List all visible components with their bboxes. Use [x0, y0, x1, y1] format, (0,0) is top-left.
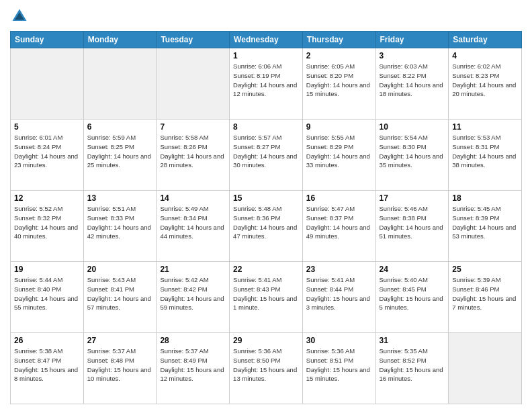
day-info: Sunrise: 5:49 AM Sunset: 8:34 PM Dayligh…	[160, 204, 226, 241]
day-number: 12	[14, 193, 80, 203]
calendar-cell: 15Sunrise: 5:48 AM Sunset: 8:36 PM Dayli…	[230, 191, 303, 262]
calendar-header-saturday: Saturday	[449, 32, 522, 48]
calendar-cell: 9Sunrise: 5:55 AM Sunset: 8:29 PM Daylig…	[302, 120, 375, 191]
calendar-cell: 18Sunrise: 5:45 AM Sunset: 8:39 PM Dayli…	[449, 191, 522, 262]
day-number: 29	[233, 336, 299, 345]
day-info: Sunrise: 5:48 AM Sunset: 8:36 PM Dayligh…	[233, 204, 299, 241]
calendar-week-3: 12Sunrise: 5:52 AM Sunset: 8:32 PM Dayli…	[11, 191, 522, 262]
day-number: 16	[306, 193, 372, 203]
calendar-cell: 16Sunrise: 5:47 AM Sunset: 8:37 PM Dayli…	[302, 191, 375, 262]
calendar-cell: 10Sunrise: 5:54 AM Sunset: 8:30 PM Dayli…	[375, 120, 449, 191]
day-info: Sunrise: 5:53 AM Sunset: 8:31 PM Dayligh…	[452, 133, 518, 170]
day-info: Sunrise: 6:05 AM Sunset: 8:20 PM Dayligh…	[306, 62, 372, 99]
calendar-cell: 29Sunrise: 5:36 AM Sunset: 8:50 PM Dayli…	[230, 333, 303, 404]
calendar-header-tuesday: Tuesday	[157, 32, 230, 48]
calendar-cell: 8Sunrise: 5:57 AM Sunset: 8:27 PM Daylig…	[230, 120, 303, 191]
calendar-cell: 25Sunrise: 5:39 AM Sunset: 8:46 PM Dayli…	[449, 262, 522, 333]
calendar-cell: 28Sunrise: 5:37 AM Sunset: 8:49 PM Dayli…	[157, 333, 230, 404]
calendar-week-4: 19Sunrise: 5:44 AM Sunset: 8:40 PM Dayli…	[11, 262, 522, 333]
day-number: 8	[233, 122, 299, 132]
day-info: Sunrise: 5:38 AM Sunset: 8:47 PM Dayligh…	[14, 347, 80, 383]
day-number: 28	[160, 336, 226, 345]
calendar-cell: 2Sunrise: 6:05 AM Sunset: 8:20 PM Daylig…	[302, 48, 375, 120]
day-number: 17	[380, 193, 445, 203]
calendar-cell: 19Sunrise: 5:44 AM Sunset: 8:40 PM Dayli…	[11, 262, 84, 333]
day-info: Sunrise: 5:40 AM Sunset: 8:45 PM Dayligh…	[380, 275, 445, 312]
day-number: 19	[14, 265, 80, 274]
day-info: Sunrise: 5:46 AM Sunset: 8:38 PM Dayligh…	[380, 204, 445, 241]
day-number: 3	[380, 51, 445, 60]
day-info: Sunrise: 5:36 AM Sunset: 8:50 PM Dayligh…	[233, 347, 299, 383]
day-number: 25	[452, 265, 518, 274]
calendar-cell: 5Sunrise: 6:01 AM Sunset: 8:24 PM Daylig…	[11, 120, 84, 191]
calendar-week-2: 5Sunrise: 6:01 AM Sunset: 8:24 PM Daylig…	[11, 120, 522, 191]
day-info: Sunrise: 5:47 AM Sunset: 8:37 PM Dayligh…	[306, 204, 372, 241]
calendar-header-friday: Friday	[375, 32, 449, 48]
calendar-header-sunday: Sunday	[11, 32, 84, 48]
calendar-cell: 6Sunrise: 5:59 AM Sunset: 8:25 PM Daylig…	[83, 120, 157, 191]
calendar-cell: 30Sunrise: 5:36 AM Sunset: 8:51 PM Dayli…	[302, 333, 375, 404]
page: SundayMondayTuesdayWednesdayThursdayFrid…	[0, 0, 532, 411]
day-info: Sunrise: 6:02 AM Sunset: 8:23 PM Dayligh…	[452, 62, 518, 99]
calendar-cell: 1Sunrise: 6:06 AM Sunset: 8:19 PM Daylig…	[230, 48, 303, 120]
day-info: Sunrise: 5:35 AM Sunset: 8:52 PM Dayligh…	[380, 347, 445, 383]
day-info: Sunrise: 5:57 AM Sunset: 8:27 PM Dayligh…	[233, 133, 299, 170]
day-number: 13	[87, 193, 153, 203]
day-number: 7	[160, 122, 226, 132]
day-number: 6	[87, 122, 153, 132]
day-number: 11	[452, 122, 518, 132]
calendar-cell: 27Sunrise: 5:37 AM Sunset: 8:48 PM Dayli…	[83, 333, 157, 404]
day-info: Sunrise: 5:58 AM Sunset: 8:26 PM Dayligh…	[160, 133, 226, 170]
calendar-cell: 22Sunrise: 5:41 AM Sunset: 8:43 PM Dayli…	[230, 262, 303, 333]
day-number: 10	[380, 122, 445, 132]
calendar-cell: 11Sunrise: 5:53 AM Sunset: 8:31 PM Dayli…	[449, 120, 522, 191]
calendar-cell: 7Sunrise: 5:58 AM Sunset: 8:26 PM Daylig…	[157, 120, 230, 191]
day-info: Sunrise: 5:37 AM Sunset: 8:48 PM Dayligh…	[87, 347, 153, 383]
day-number: 5	[14, 122, 80, 132]
calendar-cell: 17Sunrise: 5:46 AM Sunset: 8:38 PM Dayli…	[375, 191, 449, 262]
day-number: 21	[160, 265, 226, 274]
day-info: Sunrise: 6:03 AM Sunset: 8:22 PM Dayligh…	[380, 62, 445, 99]
calendar-cell	[11, 48, 84, 120]
day-number: 20	[87, 265, 153, 274]
calendar-cell: 23Sunrise: 5:41 AM Sunset: 8:44 PM Dayli…	[302, 262, 375, 333]
calendar-header-wednesday: Wednesday	[230, 32, 303, 48]
day-info: Sunrise: 5:45 AM Sunset: 8:39 PM Dayligh…	[452, 204, 518, 241]
day-number: 15	[233, 193, 299, 203]
calendar-week-1: 1Sunrise: 6:06 AM Sunset: 8:19 PM Daylig…	[11, 48, 522, 120]
day-info: Sunrise: 5:42 AM Sunset: 8:42 PM Dayligh…	[160, 275, 226, 312]
calendar-table: SundayMondayTuesdayWednesdayThursdayFrid…	[10, 31, 522, 404]
calendar-header-monday: Monday	[83, 32, 157, 48]
calendar-cell: 21Sunrise: 5:42 AM Sunset: 8:42 PM Dayli…	[157, 262, 230, 333]
calendar-cell: 24Sunrise: 5:40 AM Sunset: 8:45 PM Dayli…	[375, 262, 449, 333]
day-info: Sunrise: 5:51 AM Sunset: 8:33 PM Dayligh…	[87, 204, 153, 241]
day-info: Sunrise: 5:37 AM Sunset: 8:49 PM Dayligh…	[160, 347, 226, 383]
day-info: Sunrise: 6:06 AM Sunset: 8:19 PM Dayligh…	[233, 62, 299, 99]
day-info: Sunrise: 5:43 AM Sunset: 8:41 PM Dayligh…	[87, 275, 153, 312]
day-number: 14	[160, 193, 226, 203]
calendar-cell: 13Sunrise: 5:51 AM Sunset: 8:33 PM Dayli…	[83, 191, 157, 262]
calendar-cell	[449, 333, 522, 404]
calendar-cell	[157, 48, 230, 120]
header	[10, 7, 522, 26]
day-number: 24	[380, 265, 445, 274]
logo-icon	[10, 7, 29, 26]
calendar-header-thursday: Thursday	[302, 32, 375, 48]
day-number: 31	[380, 336, 445, 345]
calendar-cell: 3Sunrise: 6:03 AM Sunset: 8:22 PM Daylig…	[375, 48, 449, 120]
day-info: Sunrise: 5:39 AM Sunset: 8:46 PM Dayligh…	[452, 275, 518, 312]
calendar-cell: 12Sunrise: 5:52 AM Sunset: 8:32 PM Dayli…	[11, 191, 84, 262]
calendar-header-row: SundayMondayTuesdayWednesdayThursdayFrid…	[11, 32, 522, 48]
day-info: Sunrise: 6:01 AM Sunset: 8:24 PM Dayligh…	[14, 133, 80, 170]
day-number: 18	[452, 193, 518, 203]
day-info: Sunrise: 5:44 AM Sunset: 8:40 PM Dayligh…	[14, 275, 80, 312]
day-number: 4	[452, 51, 518, 60]
calendar-week-5: 26Sunrise: 5:38 AM Sunset: 8:47 PM Dayli…	[11, 333, 522, 404]
calendar-cell	[83, 48, 157, 120]
day-info: Sunrise: 5:55 AM Sunset: 8:29 PM Dayligh…	[306, 133, 372, 170]
day-number: 9	[306, 122, 372, 132]
logo	[10, 7, 32, 26]
day-info: Sunrise: 5:54 AM Sunset: 8:30 PM Dayligh…	[380, 133, 445, 170]
calendar-cell: 4Sunrise: 6:02 AM Sunset: 8:23 PM Daylig…	[449, 48, 522, 120]
day-info: Sunrise: 5:59 AM Sunset: 8:25 PM Dayligh…	[87, 133, 153, 170]
